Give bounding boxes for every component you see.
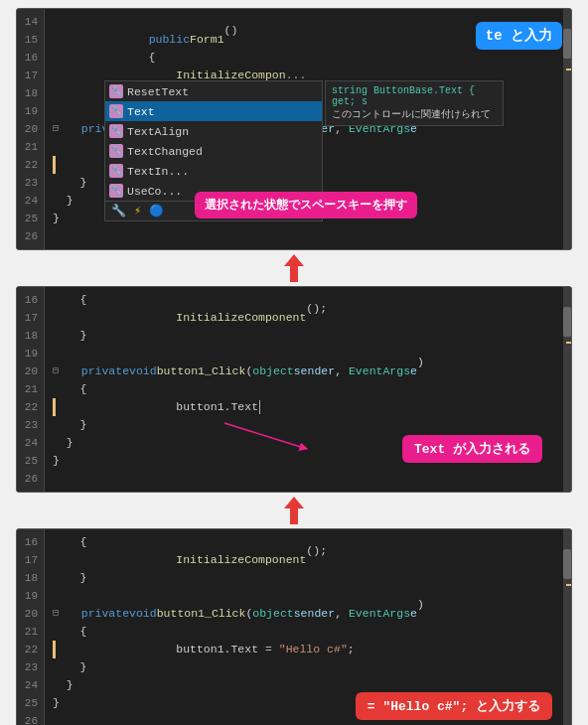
ac-icon-textchanged: 🔧	[109, 144, 123, 158]
callout-te-text: te と入力	[486, 28, 552, 44]
scroll-tick-panel2	[566, 342, 571, 344]
p3-line-23: }	[53, 658, 555, 676]
p3-line-19	[53, 587, 555, 605]
p2-line-22: button1.Text	[53, 398, 555, 416]
p3-line-20: ⊟ private void button1_Click(object send…	[53, 605, 555, 623]
callout-te-input: te と入力	[476, 22, 562, 50]
scrollbar-panel3[interactable]	[563, 529, 571, 725]
callout-text-inserted: Text が入力される	[402, 435, 542, 463]
arrow1	[276, 250, 312, 286]
ac-label-useco: UseCo...	[127, 185, 182, 198]
ac-label-text: Text	[127, 105, 155, 118]
callout-final-input: = "Hello c#"; と入力する	[356, 692, 552, 720]
ac-label-textchanged: TextChanged	[127, 145, 203, 158]
panel1: 14 15 16 17 18 19 20 21 22 23 24 25 26 p…	[16, 8, 572, 250]
ac-icon-text: 🔧	[109, 104, 123, 118]
panel2: 16 17 18 19 20 21 22 23 24 25 26 { Initi…	[16, 286, 572, 493]
p2-line-23: }	[53, 416, 555, 434]
arrow2	[276, 493, 312, 528]
line-numbers-panel1: 14 15 16 17 18 19 20 21 22 23 24 25 26	[17, 9, 45, 249]
scroll-tick-panel3	[566, 584, 571, 586]
panel3: 16 17 18 19 20 21 22 23 24 25 26 { Initi…	[16, 528, 572, 725]
p2-line-19	[53, 345, 555, 362]
ac-item-textalign[interactable]: 🔧 TextAlign	[105, 121, 322, 141]
p3-line-17: InitializeComponent();	[53, 551, 555, 569]
callout-final-label: = "Hello c#"; と入力する	[368, 699, 540, 714]
p3-line-18: }	[53, 569, 555, 587]
ac-item-text[interactable]: 🔧 Text	[105, 101, 322, 121]
ac-bottom-wrench: 🔧	[111, 204, 126, 218]
p2-line-20: ⊟ private void button1_Click(object send…	[53, 362, 555, 380]
line-numbers-panel3: 16 17 18 19 20 21 22 23 24 25 26	[17, 529, 45, 725]
svg-marker-0	[284, 254, 304, 282]
ac-icon-textin: 🔧	[109, 164, 123, 178]
ac-label-textin: TextIn...	[127, 165, 189, 178]
ac-tooltip: string ButtonBase.Text { get; s このコントロール…	[325, 80, 504, 126]
line-numbers-panel2: 16 17 18 19 20 21 22 23 24 25 26	[17, 287, 45, 492]
p2-line-18: }	[53, 327, 555, 345]
scrollbar-panel1[interactable]	[563, 9, 571, 249]
svg-marker-2	[284, 497, 304, 524]
scroll-tick-panel1	[566, 69, 571, 71]
scroll-thumb-panel1[interactable]	[563, 29, 571, 59]
tooltip-line2: このコントロールに関連付けられて	[332, 107, 497, 121]
callout-spacebar: 選択された状態でスペースキーを押す	[195, 192, 417, 218]
ac-item-textin[interactable]: 🔧 TextIn...	[105, 161, 322, 181]
p2-line-17: InitializeComponent();	[53, 309, 555, 327]
ac-icon-resettext: 🔧	[109, 84, 123, 98]
p3-line-22: button1.Text = "Hello c#";	[53, 641, 555, 658]
ac-label-resettext: ResetText	[127, 85, 189, 98]
ac-item-textchanged[interactable]: 🔧 TextChanged	[105, 141, 322, 161]
scroll-thumb-panel3[interactable]	[563, 549, 571, 579]
p2-line-26	[53, 470, 555, 488]
code-line-26	[53, 227, 555, 245]
callout-text-inserted-label: Text が入力される	[414, 442, 530, 457]
ac-bottom-circle: 🔵	[149, 204, 164, 218]
ac-item-resettext[interactable]: 🔧 ResetText	[105, 81, 322, 101]
ac-icon-textalign: 🔧	[109, 124, 123, 138]
ac-icon-useco: 🔧	[109, 184, 123, 198]
scrollbar-panel2[interactable]	[563, 287, 571, 492]
tooltip-line1: string ButtonBase.Text { get; s	[332, 85, 497, 107]
ac-label-textalign: TextAlign	[127, 125, 189, 138]
scroll-thumb-panel2[interactable]	[563, 307, 571, 337]
ac-bottom-bolt: ⚡	[134, 204, 141, 218]
